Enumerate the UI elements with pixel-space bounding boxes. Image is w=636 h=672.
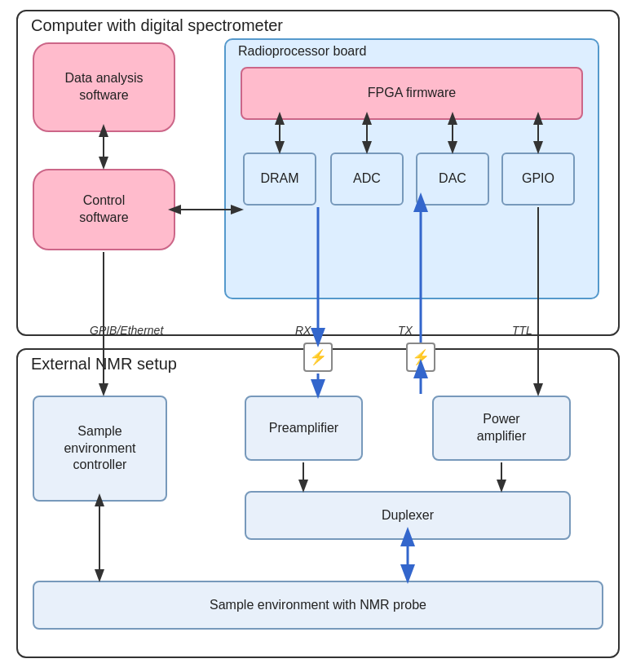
tx-label: TX [398, 324, 413, 337]
control-software-box: Controlsoftware [33, 169, 175, 250]
data-analysis-label: Data analysissoftware [64, 70, 143, 104]
preamplifier-box: Preamplifier [245, 396, 363, 461]
gpib-label: GPIB/Ethernet [90, 324, 163, 337]
lightning-rx: ⚡ [303, 343, 333, 372]
preamplifier-label: Preamplifier [269, 420, 338, 437]
nmr-probe-label: Sample environment with NMR probe [210, 597, 426, 614]
dram-label: DRAM [260, 170, 298, 188]
nmr-section-label: External NMR setup [31, 355, 177, 374]
data-analysis-box: Data analysissoftware [33, 42, 175, 132]
power-amplifier-box: Poweramplifier [432, 396, 571, 461]
dac-box: DAC [416, 153, 489, 206]
sample-env-controller-label: Sampleenvironmentcontroller [64, 423, 135, 474]
power-amplifier-label: Poweramplifier [477, 411, 526, 445]
nmr-probe-box: Sample environment with NMR probe [33, 581, 603, 630]
gpio-label: GPIO [522, 170, 554, 188]
dram-box: DRAM [243, 153, 316, 206]
diagram: Computer with digital spectrometer Exter… [16, 10, 620, 662]
lightning-tx: ⚡ [406, 343, 435, 372]
duplexer-label: Duplexer [382, 507, 434, 524]
fpga-label: FPGA firmware [368, 85, 456, 102]
dac-label: DAC [439, 170, 466, 188]
sample-env-controller-box: Sampleenvironmentcontroller [33, 396, 167, 502]
ttl-label: TTL [512, 324, 532, 337]
fpga-box: FPGA firmware [241, 67, 583, 120]
radioprocessor-label: Radioprocessor board [238, 44, 366, 59]
computer-section-label: Computer with digital spectrometer [31, 16, 283, 35]
control-software-label: Controlsoftware [79, 192, 128, 227]
adc-label: ADC [353, 170, 381, 188]
rx-label: RX [295, 324, 311, 337]
adc-box: ADC [330, 153, 404, 206]
gpio-box: GPIO [501, 153, 575, 206]
duplexer-box: Duplexer [245, 491, 571, 540]
